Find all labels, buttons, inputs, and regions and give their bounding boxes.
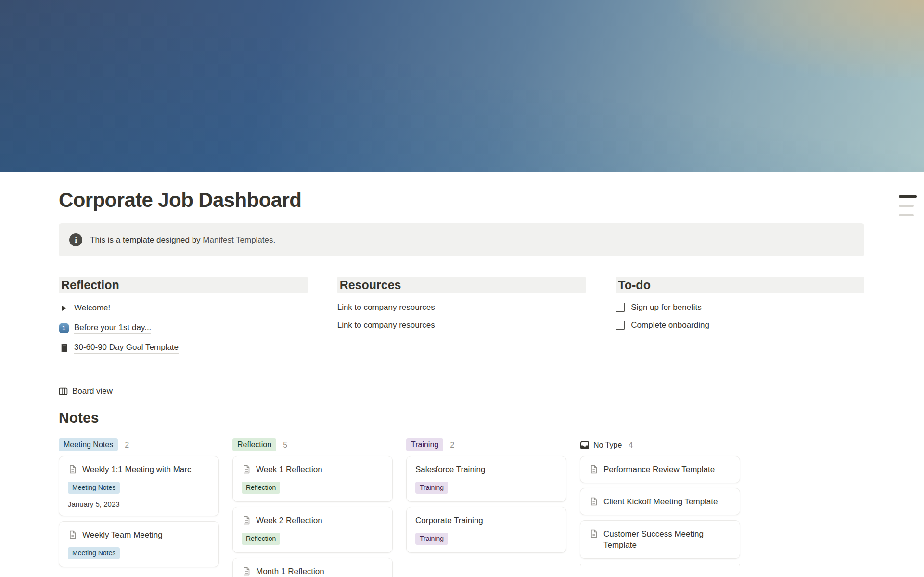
- page-link-label: Before your 1st day...: [74, 322, 151, 334]
- card-corporate-training[interactable]: Corporate TrainingTraining: [406, 507, 566, 553]
- tab-board-view[interactable]: Board view: [59, 384, 864, 399]
- callout: i This is a template designed by Manifes…: [59, 223, 864, 256]
- group-badge-training[interactable]: Training: [406, 438, 443, 451]
- page-link-welcome[interactable]: Welcome!: [59, 298, 308, 318]
- card-title: Month 1 Reflection: [256, 566, 324, 577]
- card-performance-review-template[interactable]: Performance Review Template: [580, 456, 740, 483]
- group-header: Reflection5: [232, 438, 393, 451]
- card-month-1-reflection[interactable]: Month 1 Reflection: [232, 558, 393, 577]
- column-header-reflection: Reflection: [59, 277, 308, 293]
- page-link-label: 30-60-90 Day Goal Template: [74, 342, 179, 354]
- column-to-do: To-doSign up for benefitsComplete onboar…: [616, 277, 864, 358]
- card-title: Salesforce Training: [415, 464, 486, 475]
- page-link-30-60-90-day-goal-template[interactable]: 30-60-90 Day Goal Template: [59, 338, 308, 358]
- todo-label: Complete onboarding: [631, 321, 709, 330]
- keycap-1-icon: 1: [59, 323, 69, 333]
- board-view-label: Board view: [72, 386, 113, 396]
- column-header-to-do: To-do: [616, 277, 864, 293]
- card-date: January 5, 2023: [68, 500, 210, 508]
- card-title: Week 1 Reflection: [256, 464, 322, 475]
- page-link-before-your-1st-day[interactable]: 1Before your 1st day...: [59, 318, 308, 338]
- card-salesforce-training[interactable]: Salesforce TrainingTraining: [406, 456, 566, 502]
- card-title: Week 2 Reflection: [256, 515, 322, 526]
- board-view-icon: [59, 387, 68, 396]
- card-weekly-1-1-meeting-with-marc[interactable]: Weekly 1:1 Meeting with MarcMeeting Note…: [59, 456, 219, 516]
- card-weekly-team-meeting[interactable]: Weekly Team MeetingMeeting Notes: [59, 521, 219, 567]
- page-icon: [589, 464, 599, 474]
- card-title-row: Week 1 Reflection: [242, 464, 384, 475]
- group-badge-reflection[interactable]: Reflection: [232, 438, 276, 451]
- notebook-icon: [59, 343, 69, 353]
- card-partial[interactable]: [580, 564, 740, 566]
- card-title-row: Corporate Training: [415, 515, 557, 526]
- card-title-row: Salesforce Training: [415, 464, 557, 475]
- card-tag-meeting-notes: Meeting Notes: [68, 482, 120, 494]
- group-cards: Week 1 ReflectionReflectionWeek 2 Reflec…: [232, 456, 393, 577]
- board-group-no-type: No Type4Performance Review TemplateClien…: [580, 438, 740, 566]
- toc-bar[interactable]: [899, 214, 914, 216]
- card-tag-training: Training: [415, 533, 448, 545]
- card-title: Corporate Training: [415, 515, 483, 526]
- group-badge-meeting-notes[interactable]: Meeting Notes: [59, 438, 118, 451]
- table-of-contents-indicator: [899, 195, 917, 223]
- checkbox[interactable]: [616, 303, 625, 312]
- group-count: 5: [283, 441, 287, 449]
- column-header-resources: Resources: [337, 277, 586, 293]
- page-title: Corporate Job Dashboard: [59, 189, 864, 211]
- board-group-training: Training2Salesforce TrainingTrainingCorp…: [406, 438, 566, 553]
- card-title: Client Kickoff Meeting Template: [603, 496, 718, 507]
- card-title-row: Performance Review Template: [589, 464, 731, 475]
- card-week-2-reflection[interactable]: Week 2 ReflectionReflection: [232, 507, 393, 553]
- group-count: 2: [125, 441, 129, 449]
- toggle-play-icon: [59, 304, 69, 312]
- page-icon: [589, 497, 599, 506]
- todo-label: Sign up for benefits: [631, 303, 701, 312]
- card-title: Customer Success Meeting Template: [603, 528, 725, 551]
- toc-bar[interactable]: [899, 195, 917, 198]
- card-tag-meeting-notes: Meeting Notes: [68, 547, 120, 559]
- card-title-row: Weekly 1:1 Meeting with Marc: [68, 464, 210, 475]
- board-group-meeting-notes: Meeting Notes2Weekly 1:1 Meeting with Ma…: [59, 438, 219, 567]
- columns-section: ReflectionWelcome!1Before your 1st day..…: [59, 277, 864, 358]
- page-icon: [589, 529, 599, 539]
- column-resources: ResourcesLink to company resourcesLink t…: [337, 277, 586, 358]
- text-block: Link to company resources: [337, 298, 586, 316]
- group-count: 2: [450, 441, 454, 449]
- card-client-kickoff-meeting-template[interactable]: Client Kickoff Meeting Template: [580, 488, 740, 515]
- toc-bar[interactable]: [899, 205, 914, 207]
- board-group-reflection: Reflection5Week 1 ReflectionReflectionWe…: [232, 438, 393, 577]
- text-block: Link to company resources: [337, 316, 586, 334]
- card-tag-training: Training: [415, 482, 448, 494]
- todo-item-complete-onboarding: Complete onboarding: [616, 316, 864, 334]
- column-items: Welcome!1Before your 1st day...30-60-90 …: [59, 298, 308, 358]
- page-icon: [68, 530, 77, 539]
- card-tag-reflection: Reflection: [242, 482, 280, 494]
- page-icon: [242, 464, 251, 474]
- database-title: Notes: [59, 410, 864, 426]
- card-title-row: Month 1 Reflection: [242, 566, 384, 577]
- column-items: Sign up for benefitsComplete onboarding: [616, 298, 864, 334]
- group-count: 4: [629, 441, 633, 449]
- page-link-label: Welcome!: [74, 303, 110, 314]
- keycap-1-icon: 1: [59, 323, 69, 333]
- card-title-row: Weekly Team Meeting: [68, 529, 210, 540]
- card-customer-success-meeting-template[interactable]: Customer Success Meeting Template: [580, 520, 740, 559]
- card-title-row: Week 2 Reflection: [242, 515, 384, 526]
- group-label-no-type[interactable]: No Type: [580, 440, 622, 450]
- page-icon: [242, 515, 251, 525]
- callout-text: This is a template designed by Manifest …: [90, 235, 275, 245]
- column-reflection: ReflectionWelcome!1Before your 1st day..…: [59, 277, 308, 358]
- checkbox[interactable]: [616, 321, 625, 330]
- group-header: Training2: [406, 438, 566, 451]
- manifest-templates-link[interactable]: Manifest Templates: [203, 235, 273, 245]
- page-icon: [68, 464, 77, 474]
- todo-item-sign-up-for-benefits: Sign up for benefits: [616, 298, 864, 316]
- info-icon: i: [69, 233, 82, 246]
- card-week-1-reflection[interactable]: Week 1 ReflectionReflection: [232, 456, 393, 502]
- card-title-row: Client Kickoff Meeting Template: [589, 496, 731, 507]
- page-content: Corporate Job Dashboard i This is a temp…: [0, 189, 924, 577]
- card-tag-reflection: Reflection: [242, 533, 280, 545]
- board: Meeting Notes2Weekly 1:1 Meeting with Ma…: [59, 438, 864, 577]
- group-header: No Type4: [580, 438, 740, 451]
- column-items: Link to company resourcesLink to company…: [337, 298, 586, 334]
